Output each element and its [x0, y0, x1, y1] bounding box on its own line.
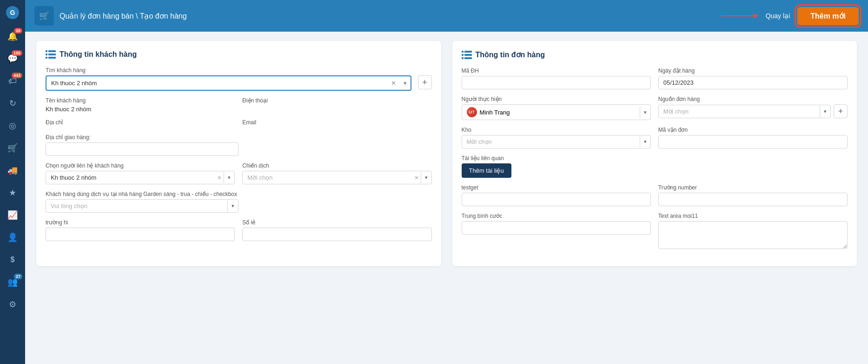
source-label: Nguồn đơn hàng: [658, 96, 848, 102]
text-area-label: Text area moi11: [658, 213, 848, 219]
refresh-icon: ↻: [9, 98, 16, 108]
arrow-line: [721, 15, 758, 16]
sidebar-item-person[interactable]: 👤: [0, 226, 25, 249]
campaign-dropdown-button[interactable]: ▾: [421, 172, 431, 183]
service-group: Khách hàng dùng dịch vụ tại nhà hàng Gar…: [46, 191, 432, 213]
find-customer-input[interactable]: [46, 76, 387, 90]
so-le-input[interactable]: [242, 228, 431, 241]
sidebar-item-settings[interactable]: ⚙: [0, 293, 25, 316]
chat-badge: 155: [12, 50, 22, 56]
source-select[interactable]: Mời chọn ▾: [658, 105, 831, 118]
dropdown-search-button[interactable]: ▾: [400, 77, 411, 89]
service-select[interactable]: Vui lòng chọn ▾: [46, 199, 239, 213]
svg-rect-6: [46, 57, 47, 59]
warehouse-select[interactable]: Mời chọn ▾: [462, 135, 651, 148]
header-left: 🛒 Quản lý đơn hàng bán \ Tạo đơn hàng: [34, 6, 187, 26]
testget-input[interactable]: [462, 193, 651, 206]
delivery-address-label: Địa chỉ giao hàng:: [46, 134, 432, 141]
ngay-dat-input[interactable]: [658, 76, 848, 89]
find-customer-row: ✕ ▾ +: [46, 75, 432, 91]
sidebar-item-notifications[interactable]: 🔔 26: [0, 25, 25, 47]
warehouse-group: Kho Mời chọn ▾: [462, 127, 651, 148]
contact-dropdown-button[interactable]: ▾: [224, 172, 234, 183]
phone-label: Điện thoại: [242, 97, 431, 104]
order-section: Thông tin đơn hàng Mã ĐH Ngày đặt hàng: [452, 41, 857, 266]
back-button[interactable]: Quay lại: [766, 12, 790, 20]
truong-number-input[interactable]: [658, 193, 848, 206]
ngay-dat-label: Ngày đặt hàng: [658, 67, 848, 74]
breadcrumb: Quản lý đơn hàng bán \ Tạo đơn hàng: [60, 12, 187, 20]
truong-number-label: Trường number: [658, 184, 848, 191]
svg-rect-7: [48, 57, 56, 59]
header-right: Quay lại Thêm mới: [721, 7, 859, 25]
star-icon: ★: [9, 188, 16, 198]
contact-select[interactable]: Kh thuoc 2 nhóm ✕ ▾: [46, 171, 235, 184]
order-id-date-row: Mã ĐH Ngày đặt hàng: [462, 67, 848, 96]
address-label: Địa chỉ: [46, 119, 235, 126]
add-customer-button[interactable]: +: [418, 75, 432, 89]
svg-rect-12: [462, 57, 464, 59]
field-hi-input[interactable]: [46, 228, 235, 241]
source-select-value: Mời chọn: [659, 105, 820, 118]
sidebar-item-refresh[interactable]: ↻: [0, 92, 25, 115]
cuoc-textarea-row: Trung bình cước Text area moi11: [462, 213, 848, 257]
sidebar-item-users[interactable]: 👥 27: [0, 271, 25, 293]
testget-number-row: testget Trường number: [462, 184, 848, 213]
customer-section-icon: [46, 50, 56, 59]
ma-dh-input[interactable]: [462, 76, 651, 89]
source-dropdown-button[interactable]: ▾: [820, 106, 830, 117]
warehouse-label: Kho: [462, 127, 651, 133]
sidebar-logo: G: [0, 0, 25, 25]
field-hi-label: trường hi: [46, 219, 235, 226]
order-section-title: Thông tin đơn hàng: [462, 50, 848, 59]
truck-icon: 🚚: [7, 165, 18, 175]
warehouse-select-value: Mời chọn: [462, 135, 640, 148]
sidebar-item-truck[interactable]: 🚚: [0, 159, 25, 182]
testget-label: testget: [462, 184, 651, 191]
contact-clear-button[interactable]: ✕: [215, 172, 224, 184]
executor-select[interactable]: MT Minh Trang ▾: [462, 104, 651, 120]
add-document-button[interactable]: Thêm tài liệu: [462, 163, 511, 178]
sidebar-item-target[interactable]: ◎: [0, 115, 25, 137]
add-new-button[interactable]: Thêm mới: [797, 7, 859, 25]
clear-search-button[interactable]: ✕: [387, 77, 400, 89]
email-group: Email: [242, 119, 431, 128]
sidebar-item-chart[interactable]: 📈: [0, 204, 25, 226]
service-dropdown-button[interactable]: ▾: [227, 200, 238, 212]
cart-icon: 🛒: [7, 143, 18, 153]
svg-rect-11: [464, 54, 472, 56]
delivery-address-input[interactable]: [46, 142, 239, 156]
find-customer-group: Tìm khách hàng ✕ ▾ +: [46, 67, 432, 91]
sidebar-item-chat[interactable]: 💬 155: [0, 47, 25, 70]
tags-badge: 443: [12, 73, 22, 78]
svg-rect-3: [48, 50, 56, 52]
customer-name-group: Tên khách hàng Kh thuoc 2 nhóm: [46, 97, 235, 113]
sidebar-item-dollar[interactable]: $: [0, 249, 25, 271]
header-icon: 🛒: [34, 6, 54, 26]
gear-icon: ⚙: [9, 299, 16, 310]
order-section-label: Thông tin đơn hàng: [476, 50, 545, 59]
executor-dropdown-button[interactable]: ▾: [640, 107, 650, 118]
sidebar-item-star[interactable]: ★: [0, 182, 25, 204]
text-area-input[interactable]: [658, 221, 848, 249]
executor-avatar: MT: [467, 107, 477, 117]
sidebar-item-tags[interactable]: 🏷 443: [0, 70, 25, 92]
target-icon: ◎: [9, 121, 16, 131]
find-customer-search[interactable]: ✕ ▾: [46, 75, 411, 91]
executor-label: Người thực hiện: [462, 96, 651, 102]
source-add-button[interactable]: +: [834, 104, 848, 118]
warehouse-dropdown-button[interactable]: ▾: [640, 136, 650, 148]
campaign-select[interactable]: Mời chọn ✕ ▾: [242, 171, 431, 184]
svg-text:G: G: [10, 9, 15, 16]
trung-binh-cuoc-input[interactable]: [462, 221, 651, 235]
field-row: trường hi Số lẻ: [46, 219, 432, 248]
tracking-input[interactable]: [658, 135, 848, 148]
service-select-value: Vui lòng chọn: [46, 200, 227, 212]
form-layout: Thông tin khách hàng Tìm khách hàng ✕ ▾ …: [36, 41, 857, 266]
sidebar-item-cart[interactable]: 🛒: [0, 137, 25, 159]
executor-group: Người thực hiện MT Minh Trang ▾: [462, 96, 651, 120]
trung-binh-cuoc-label: Trung bình cước: [462, 213, 651, 219]
warehouse-tracking-row: Kho Mời chọn ▾ Mã vận đơn: [462, 127, 848, 155]
campaign-clear-button[interactable]: ✕: [412, 172, 421, 184]
arrow-annotation: [721, 15, 758, 16]
